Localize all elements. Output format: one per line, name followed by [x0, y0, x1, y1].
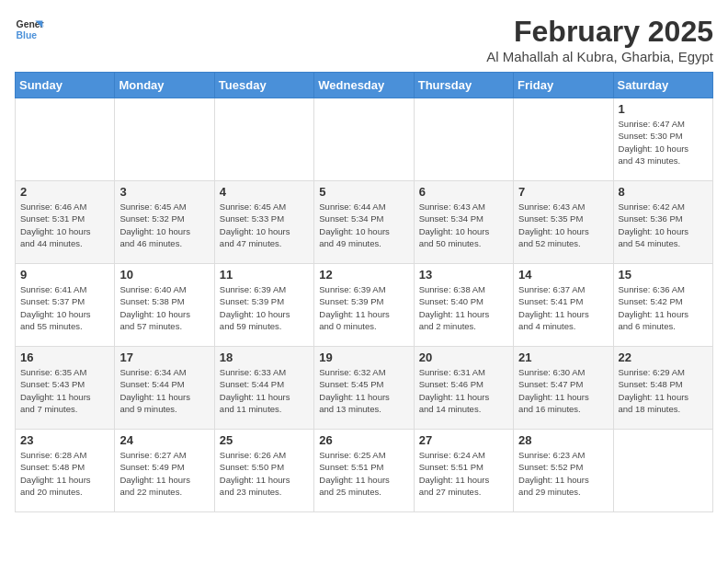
day-cell	[314, 98, 414, 181]
day-cell: 18Sunrise: 6:33 AM Sunset: 5:44 PM Dayli…	[214, 347, 313, 430]
day-number: 17	[119, 350, 209, 364]
weekday-header-wednesday: Wednesday	[314, 73, 414, 98]
day-number: 3	[119, 185, 209, 199]
day-number: 20	[419, 350, 508, 364]
day-cell	[514, 98, 613, 181]
day-cell: 12Sunrise: 6:39 AM Sunset: 5:39 PM Dayli…	[314, 264, 414, 347]
day-number: 10	[119, 268, 209, 282]
day-info: Sunrise: 6:34 AM Sunset: 5:44 PM Dayligh…	[119, 366, 209, 415]
day-number: 2	[20, 185, 109, 199]
day-cell: 19Sunrise: 6:32 AM Sunset: 5:45 PM Dayli…	[314, 347, 414, 430]
day-cell	[214, 98, 313, 181]
day-info: Sunrise: 6:37 AM Sunset: 5:41 PM Dayligh…	[518, 283, 608, 332]
day-cell: 13Sunrise: 6:38 AM Sunset: 5:40 PM Dayli…	[414, 264, 513, 347]
day-cell: 14Sunrise: 6:37 AM Sunset: 5:41 PM Dayli…	[514, 264, 613, 347]
weekday-header-row: SundayMondayTuesdayWednesdayThursdayFrid…	[16, 73, 713, 98]
day-cell: 9Sunrise: 6:41 AM Sunset: 5:37 PM Daylig…	[16, 264, 115, 347]
day-number: 11	[220, 268, 309, 282]
day-info: Sunrise: 6:38 AM Sunset: 5:40 PM Dayligh…	[419, 283, 508, 332]
day-number: 25	[220, 433, 309, 447]
weekday-header-tuesday: Tuesday	[214, 73, 313, 98]
day-info: Sunrise: 6:26 AM Sunset: 5:50 PM Dayligh…	[220, 449, 309, 498]
day-number: 28	[518, 433, 608, 447]
day-number: 18	[220, 350, 309, 364]
day-info: Sunrise: 6:41 AM Sunset: 5:37 PM Dayligh…	[20, 283, 109, 332]
week-row-4: 16Sunrise: 6:35 AM Sunset: 5:43 PM Dayli…	[16, 347, 713, 430]
calendar-table: SundayMondayTuesdayWednesdayThursdayFrid…	[15, 72, 713, 512]
day-info: Sunrise: 6:35 AM Sunset: 5:43 PM Dayligh…	[20, 366, 109, 415]
day-info: Sunrise: 6:46 AM Sunset: 5:31 PM Dayligh…	[20, 201, 109, 249]
day-info: Sunrise: 6:28 AM Sunset: 5:48 PM Dayligh…	[20, 449, 109, 498]
day-cell: 10Sunrise: 6:40 AM Sunset: 5:38 PM Dayli…	[115, 264, 214, 347]
day-cell: 17Sunrise: 6:34 AM Sunset: 5:44 PM Dayli…	[115, 347, 214, 430]
day-cell: 1Sunrise: 6:47 AM Sunset: 5:30 PM Daylig…	[613, 98, 712, 181]
day-cell: 5Sunrise: 6:44 AM Sunset: 5:34 PM Daylig…	[314, 181, 414, 264]
day-cell	[115, 98, 214, 181]
month-year: February 2025	[486, 15, 713, 49]
day-number: 6	[419, 185, 508, 199]
weekday-header-monday: Monday	[115, 73, 214, 98]
day-cell: 20Sunrise: 6:31 AM Sunset: 5:46 PM Dayli…	[414, 347, 513, 430]
day-number: 13	[419, 268, 508, 282]
day-cell: 8Sunrise: 6:42 AM Sunset: 5:36 PM Daylig…	[613, 181, 712, 264]
day-cell: 11Sunrise: 6:39 AM Sunset: 5:39 PM Dayli…	[214, 264, 313, 347]
svg-text:Blue: Blue	[17, 30, 38, 40]
day-number: 23	[20, 433, 109, 447]
day-cell: 7Sunrise: 6:43 AM Sunset: 5:35 PM Daylig…	[514, 181, 613, 264]
day-number: 27	[419, 433, 508, 447]
day-number: 4	[220, 185, 309, 199]
day-info: Sunrise: 6:39 AM Sunset: 5:39 PM Dayligh…	[319, 283, 408, 332]
day-info: Sunrise: 6:29 AM Sunset: 5:48 PM Dayligh…	[619, 366, 708, 415]
week-row-3: 9Sunrise: 6:41 AM Sunset: 5:37 PM Daylig…	[16, 264, 713, 347]
day-cell: 2Sunrise: 6:46 AM Sunset: 5:31 PM Daylig…	[16, 181, 115, 264]
location: Al Mahallah al Kubra, Gharbia, Egypt	[486, 49, 713, 64]
day-cell: 15Sunrise: 6:36 AM Sunset: 5:42 PM Dayli…	[613, 264, 712, 347]
day-info: Sunrise: 6:36 AM Sunset: 5:42 PM Dayligh…	[619, 283, 708, 332]
week-row-2: 2Sunrise: 6:46 AM Sunset: 5:31 PM Daylig…	[16, 181, 713, 264]
day-info: Sunrise: 6:45 AM Sunset: 5:33 PM Dayligh…	[220, 201, 309, 249]
week-row-5: 23Sunrise: 6:28 AM Sunset: 5:48 PM Dayli…	[16, 430, 713, 512]
day-info: Sunrise: 6:43 AM Sunset: 5:35 PM Dayligh…	[518, 201, 608, 249]
day-number: 9	[20, 268, 109, 282]
day-info: Sunrise: 6:25 AM Sunset: 5:51 PM Dayligh…	[319, 449, 408, 498]
day-number: 22	[619, 350, 708, 364]
day-cell: 22Sunrise: 6:29 AM Sunset: 5:48 PM Dayli…	[613, 347, 712, 430]
logo: General Blue	[15, 15, 44, 44]
day-info: Sunrise: 6:27 AM Sunset: 5:49 PM Dayligh…	[119, 449, 209, 498]
day-number: 19	[319, 350, 408, 364]
day-info: Sunrise: 6:33 AM Sunset: 5:44 PM Dayligh…	[220, 366, 309, 415]
day-info: Sunrise: 6:24 AM Sunset: 5:51 PM Dayligh…	[419, 449, 508, 498]
day-info: Sunrise: 6:44 AM Sunset: 5:34 PM Dayligh…	[319, 201, 408, 249]
day-number: 26	[319, 433, 408, 447]
day-number: 15	[619, 268, 708, 282]
day-cell	[414, 98, 513, 181]
weekday-header-thursday: Thursday	[414, 73, 513, 98]
day-info: Sunrise: 6:42 AM Sunset: 5:36 PM Dayligh…	[619, 201, 708, 249]
day-cell: 27Sunrise: 6:24 AM Sunset: 5:51 PM Dayli…	[414, 430, 513, 512]
day-info: Sunrise: 6:23 AM Sunset: 5:52 PM Dayligh…	[518, 449, 608, 498]
week-row-1: 1Sunrise: 6:47 AM Sunset: 5:30 PM Daylig…	[16, 98, 713, 181]
day-cell	[16, 98, 115, 181]
day-cell	[613, 430, 712, 512]
day-cell: 24Sunrise: 6:27 AM Sunset: 5:49 PM Dayli…	[115, 430, 214, 512]
day-info: Sunrise: 6:45 AM Sunset: 5:32 PM Dayligh…	[119, 201, 209, 249]
day-number: 8	[619, 185, 708, 199]
day-cell: 26Sunrise: 6:25 AM Sunset: 5:51 PM Dayli…	[314, 430, 414, 512]
day-info: Sunrise: 6:39 AM Sunset: 5:39 PM Dayligh…	[220, 283, 309, 332]
day-info: Sunrise: 6:47 AM Sunset: 5:30 PM Dayligh…	[619, 118, 708, 167]
day-cell: 4Sunrise: 6:45 AM Sunset: 5:33 PM Daylig…	[214, 181, 313, 264]
logo-icon: General Blue	[15, 15, 44, 44]
day-info: Sunrise: 6:30 AM Sunset: 5:47 PM Dayligh…	[518, 366, 608, 415]
day-cell: 21Sunrise: 6:30 AM Sunset: 5:47 PM Dayli…	[514, 347, 613, 430]
day-info: Sunrise: 6:43 AM Sunset: 5:34 PM Dayligh…	[419, 201, 508, 249]
day-number: 12	[319, 268, 408, 282]
weekday-header-friday: Friday	[514, 73, 613, 98]
day-cell: 25Sunrise: 6:26 AM Sunset: 5:50 PM Dayli…	[214, 430, 313, 512]
day-cell: 23Sunrise: 6:28 AM Sunset: 5:48 PM Dayli…	[16, 430, 115, 512]
day-cell: 16Sunrise: 6:35 AM Sunset: 5:43 PM Dayli…	[16, 347, 115, 430]
day-info: Sunrise: 6:31 AM Sunset: 5:46 PM Dayligh…	[419, 366, 508, 415]
day-cell: 6Sunrise: 6:43 AM Sunset: 5:34 PM Daylig…	[414, 181, 513, 264]
day-info: Sunrise: 6:40 AM Sunset: 5:38 PM Dayligh…	[119, 283, 209, 332]
day-number: 24	[119, 433, 209, 447]
day-number: 21	[518, 350, 608, 364]
